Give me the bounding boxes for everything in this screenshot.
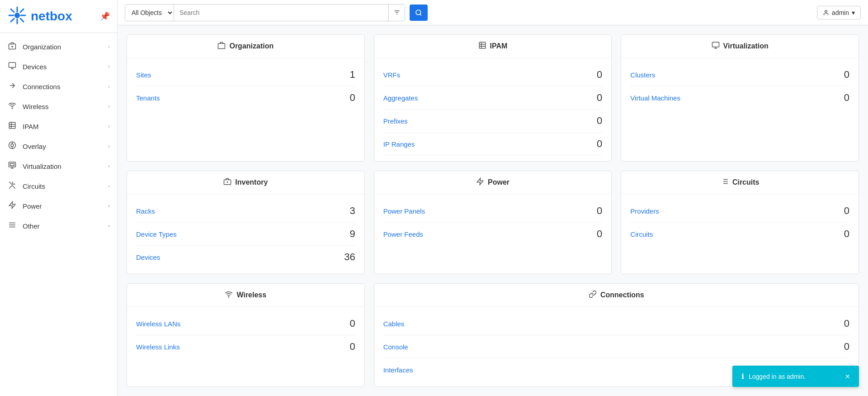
vrfs-link[interactable]: VRFs [383, 71, 401, 79]
wireless-card: Wireless Wireless LANs 0 Wireless Links … [127, 283, 365, 387]
console-link[interactable]: Console [383, 343, 408, 351]
racks-link[interactable]: Racks [136, 207, 155, 215]
sidebar-item-wireless[interactable]: Wireless › [0, 96, 117, 116]
circuits-card-body: Providers 0 Circuits 0 [621, 194, 859, 251]
power-feeds-link[interactable]: Power Feeds [383, 230, 423, 238]
wireless-card-title: Wireless [236, 291, 266, 299]
aggregates-link[interactable]: Aggregates [383, 94, 418, 102]
wireless-icon [7, 101, 17, 111]
wireless-links-link[interactable]: Wireless Links [136, 343, 180, 351]
sidebar-item-power[interactable]: Power › [0, 196, 117, 216]
cables-link[interactable]: Cables [383, 320, 405, 328]
wireless-lans-link[interactable]: Wireless LANs [136, 320, 180, 328]
sidebar-item-ipam[interactable]: IPAM › [0, 116, 117, 136]
sidebar-item-circuits[interactable]: Circuits › [0, 176, 117, 196]
power-icon [7, 201, 17, 211]
virtual-machines-value: 0 [844, 92, 849, 104]
user-menu[interactable]: admin ▾ [817, 6, 861, 19]
table-row: Prefixes 0 [383, 110, 603, 133]
virtualization-card: Virtualization Clusters 0 Virtual Machin… [621, 34, 859, 162]
circuits-card-icon [721, 177, 729, 187]
inventory-card-title: Inventory [235, 178, 268, 186]
device-types-link[interactable]: Device Types [136, 230, 177, 238]
svg-line-7 [20, 9, 24, 12]
prefixes-link[interactable]: Prefixes [383, 117, 408, 125]
interfaces-link[interactable]: Interfaces [383, 366, 413, 374]
main-content: Organization Sites 1 Tenants 0 IPAM VRFs… [118, 25, 868, 396]
devices-link[interactable]: Devices [136, 253, 160, 261]
table-row: Virtual Machines 0 [630, 86, 849, 109]
organization-card: Organization Sites 1 Tenants 0 [127, 34, 365, 162]
app-logo-icon [7, 5, 27, 27]
connections-card-title: Connections [600, 291, 644, 299]
inventory-card-icon [223, 177, 231, 187]
sidebar-item-organization-label: Organization [23, 43, 103, 51]
sidebar-item-overlay[interactable]: Overlay › [0, 136, 117, 156]
circuits-count-value: 0 [844, 228, 849, 240]
power-card-icon [476, 177, 484, 187]
ipam-card-icon [478, 41, 486, 51]
table-row: IP Addresses 0 [383, 156, 603, 162]
chevron-icon: › [108, 43, 110, 50]
table-row: Wireless Links 0 [136, 335, 355, 358]
toast-notification: ℹ Logged in as admin. × [732, 366, 859, 387]
organization-icon [7, 42, 17, 52]
sidebar-item-wireless-label: Wireless [23, 103, 103, 110]
tenants-link[interactable]: Tenants [136, 94, 160, 102]
svg-rect-43 [712, 42, 719, 47]
search-go-button[interactable] [410, 5, 428, 21]
svg-line-36 [420, 14, 421, 15]
chevron-icon: › [108, 163, 110, 169]
svg-line-6 [20, 19, 24, 22]
tenants-value: 0 [349, 92, 355, 104]
sidebar-item-other-label: Other [23, 222, 103, 230]
power-panels-link[interactable]: Power Panels [383, 207, 425, 215]
table-row: Console 0 [383, 335, 849, 358]
sidebar-item-connections[interactable]: Connections › [0, 76, 117, 96]
organization-card-title: Organization [229, 42, 274, 50]
chevron-icon: › [108, 83, 110, 90]
circuits-card-header: Circuits [621, 171, 859, 194]
overlay-icon [7, 141, 17, 151]
table-row: Circuits 0 [630, 223, 849, 245]
filter-icon[interactable] [388, 5, 405, 21]
sites-value: 1 [349, 69, 355, 81]
app-name: netbox [31, 9, 72, 24]
svg-point-37 [825, 10, 827, 12]
ip-addresses-value: 0 [597, 161, 602, 162]
providers-link[interactable]: Providers [630, 207, 659, 215]
chevron-icon: › [108, 63, 110, 70]
other-icon [7, 221, 17, 231]
svg-point-15 [12, 108, 13, 109]
circuits-link[interactable]: Circuits [630, 230, 653, 238]
device-types-value: 9 [349, 228, 355, 240]
sidebar-item-connections-label: Connections [23, 83, 103, 91]
toast-close-button[interactable]: × [845, 372, 850, 381]
virtualization-card-title: Virtualization [723, 42, 769, 50]
clusters-value: 0 [844, 69, 849, 81]
ip-ranges-link[interactable]: IP Ranges [383, 140, 415, 148]
svg-marker-49 [477, 178, 483, 185]
search-input[interactable] [174, 5, 388, 21]
table-row: IP Ranges 0 [383, 133, 603, 156]
sidebar-item-virtualization[interactable]: Virtualization › [0, 156, 117, 176]
virtual-machines-link[interactable]: Virtual Machines [630, 94, 680, 102]
connections-card-header: Connections [374, 284, 859, 307]
all-objects-select[interactable]: All Objects [125, 5, 174, 21]
sidebar-item-virtualization-label: Virtualization [23, 162, 103, 170]
connections-icon [7, 81, 17, 91]
sidebar-item-circuits-label: Circuits [23, 182, 103, 190]
chevron-icon: › [108, 183, 110, 189]
sites-link[interactable]: Sites [136, 71, 151, 79]
power-card-header: Power [374, 171, 612, 194]
sidebar-item-devices[interactable]: Devices › [0, 57, 117, 76]
power-card: Power Power Panels 0 Power Feeds 0 [374, 171, 612, 274]
organization-card-icon [217, 41, 226, 51]
circuits-card: Circuits Providers 0 Circuits 0 [621, 171, 859, 274]
sidebar-item-organization[interactable]: Organization › [0, 37, 117, 57]
table-row: Cables 0 [383, 312, 849, 335]
table-row: Aggregates 0 [383, 86, 603, 110]
cables-value: 0 [844, 318, 849, 329]
sidebar-item-other[interactable]: Other › [0, 216, 117, 236]
clusters-link[interactable]: Clusters [630, 71, 655, 79]
